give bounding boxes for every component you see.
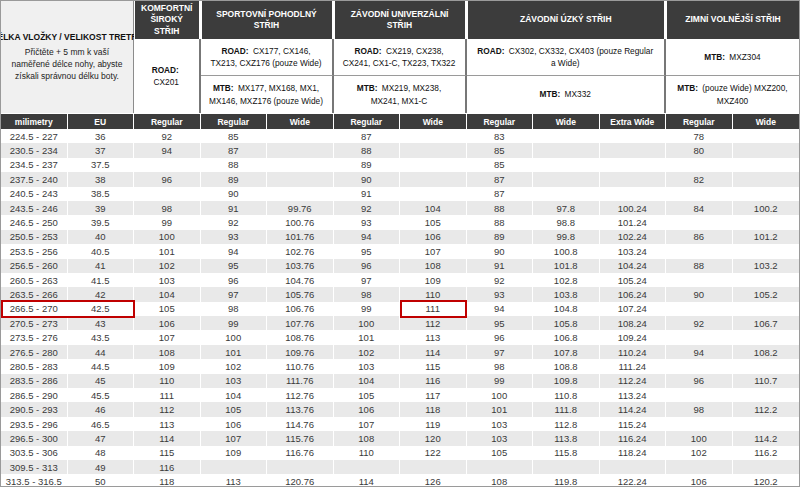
table-cell <box>666 359 733 373</box>
table-cell: 100 <box>201 330 268 344</box>
table-cell <box>666 187 733 201</box>
table-cell: 230.5 - 234 <box>1 143 68 157</box>
table-cell: 85 <box>467 158 534 172</box>
table-cell: 110.8 <box>533 388 600 402</box>
models-sportovni-road: ROAD: CX177, CX146, TX213, CXZ176 (pouze… <box>201 39 334 76</box>
table-cell <box>267 172 334 186</box>
table-cell: 100.2 <box>733 201 800 215</box>
models-sportovni-mtb: MTB: MX177, MX168, MX1, MX146, MXZ176 (p… <box>201 76 334 113</box>
table-cell: 98 <box>666 402 733 416</box>
table-cell: 120.76 <box>267 474 334 487</box>
table-cell: 88 <box>467 215 534 229</box>
table-cell <box>600 158 667 172</box>
model-list: ROAD: CX177, CX146, TX213, CXZ176 (pouze… <box>209 45 324 70</box>
table-cell: 110 <box>134 374 201 388</box>
table-cell: 117 <box>400 388 467 402</box>
table-cell: 103.76 <box>267 259 334 273</box>
table-cell: 106 <box>400 230 467 244</box>
table-cell <box>533 143 600 157</box>
table-cell: 114.2 <box>733 431 800 445</box>
table-cell <box>733 215 800 229</box>
col-header-zavodni-univerzalni-regular: Regular <box>334 114 401 129</box>
table-cell: 80 <box>666 143 733 157</box>
models-zavodni-univerzalni-road: ROAD: CX219, CX238, CX241, CX1-C, TX223,… <box>334 39 467 76</box>
table-cell: 240.5 - 243 <box>1 187 68 201</box>
table-row: 273.5 - 27643.5107100108.7610111396106.8… <box>1 330 799 344</box>
table-cell <box>267 143 334 157</box>
table-cell: 109.76 <box>267 345 334 359</box>
table-cell: 118 <box>134 474 201 487</box>
table-cell: 97 <box>467 345 534 359</box>
model-list: MTB: (pouze Wide) MXZ200, MXZ400 <box>674 82 791 107</box>
table-cell: 114 <box>334 474 401 487</box>
category-title: ZÁVODNÍ ÚZKÝ STŘIH <box>520 14 612 25</box>
table-cell <box>533 158 600 172</box>
table-cell: 102.76 <box>267 244 334 258</box>
table-cell: 113 <box>134 417 201 431</box>
table-cell: 39 <box>68 201 135 215</box>
col-header-eu: EU <box>68 114 135 129</box>
table-cell: 88 <box>201 158 268 172</box>
table-cell: 89 <box>334 158 401 172</box>
panel-subtitle: Přičtěte + 5 mm k vaší naměřené délce no… <box>6 46 128 83</box>
table-cell: 112.24 <box>600 374 667 388</box>
table-cell: 87 <box>467 172 534 186</box>
table-row: 224.5 - 227369285878378 <box>1 129 799 143</box>
table-cell: 100 <box>134 230 201 244</box>
size-table-body: 224.5 - 227369285878378230.5 - 234379487… <box>1 129 799 487</box>
table-cell: 114 <box>134 431 201 445</box>
table-cell: 103 <box>134 273 201 287</box>
table-cell: 47 <box>68 431 135 445</box>
model-list: ROAD: CX302, CX332, CX403 (pouze Regular… <box>475 45 657 70</box>
col-header-zavodni-uzky-wide: Wide <box>533 114 600 129</box>
table-cell: 224.5 - 227 <box>1 129 68 143</box>
table-cell: 103 <box>334 359 401 373</box>
table-cell: 37.5 <box>68 158 135 172</box>
model-names: CX302, CX332, CX403 (pouze Regular a Wid… <box>507 46 654 68</box>
table-row: 283.5 - 28645110103111.7610411699109.811… <box>1 374 799 388</box>
table-cell: 90 <box>666 287 733 301</box>
table-cell: 263.5 - 266 <box>1 287 68 301</box>
table-cell: 100 <box>666 431 733 445</box>
table-cell <box>267 129 334 143</box>
table-cell: 113 <box>201 474 268 487</box>
table-cell: 112 <box>134 402 201 416</box>
table-cell: 111.8 <box>533 402 600 416</box>
table-cell: 114.24 <box>600 402 667 416</box>
table-cell: 106.76 <box>267 302 334 316</box>
table-cell <box>267 158 334 172</box>
table-cell: 44.5 <box>68 359 135 373</box>
table-row: 290.5 - 29346112105113.76106118101111.81… <box>1 402 799 416</box>
table-cell: 97 <box>201 287 268 301</box>
table-cell: 99 <box>201 316 268 330</box>
table-cell <box>666 330 733 344</box>
table-cell: 112.2 <box>733 402 800 416</box>
table-cell: 120 <box>400 431 467 445</box>
table-cell <box>267 460 334 474</box>
table-cell <box>666 388 733 402</box>
model-names: MXZ304 <box>727 52 761 62</box>
table-cell: 101.76 <box>267 230 334 244</box>
table-cell: 107 <box>334 417 401 431</box>
table-cell: 111 <box>134 388 201 402</box>
col-header-komfortni-regular: Regular <box>134 114 201 129</box>
table-cell <box>733 417 800 431</box>
table-cell: 110 <box>334 446 401 460</box>
table-row: 266.5 - 27042.510598106.769911194104.810… <box>1 302 799 316</box>
table-cell: 98 <box>334 287 401 301</box>
table-cell <box>733 359 800 373</box>
table-cell: 49 <box>68 460 135 474</box>
table-cell: 103 <box>201 374 268 388</box>
table-cell: 126 <box>400 474 467 487</box>
model-type-label: MTB: <box>213 83 234 93</box>
table-cell: 101 <box>201 345 268 359</box>
table-cell: 109 <box>134 359 201 373</box>
table-cell: 99.76 <box>267 201 334 215</box>
table-cell: 92 <box>201 215 268 229</box>
table-cell: 91 <box>201 201 268 215</box>
table-cell <box>666 417 733 431</box>
table-cell: 111.76 <box>267 374 334 388</box>
table-cell: 101.2 <box>733 230 800 244</box>
col-header-zavodni-uzky-regular: Regular <box>467 114 534 129</box>
table-cell: 39.5 <box>68 215 135 229</box>
